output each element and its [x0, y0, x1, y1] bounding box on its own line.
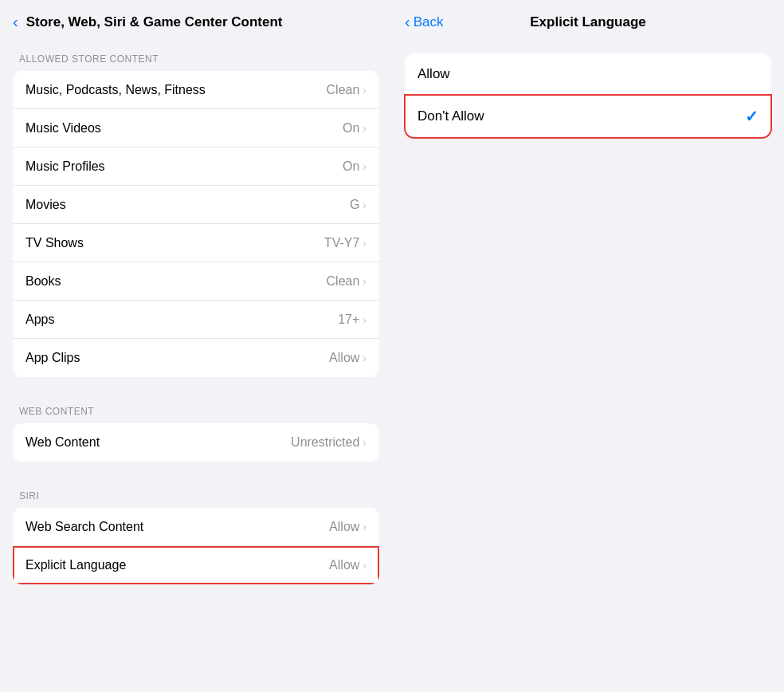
- right-back-label: Back: [414, 14, 444, 30]
- explicit-language-value: Allow ›: [329, 558, 367, 572]
- music-podcasts-chevron-icon: ›: [363, 84, 367, 96]
- music-videos-chevron-icon: ›: [363, 122, 367, 135]
- dont-allow-option-label: Don't Allow: [417, 108, 484, 124]
- left-panel: ‹ Store, Web, Siri & Game Center Content…: [0, 0, 392, 692]
- apps-label: Apps: [25, 313, 54, 327]
- explicit-language-row[interactable]: Explicit Language Allow ›: [13, 546, 379, 584]
- web-content-group: Web Content Unrestricted ›: [13, 423, 379, 462]
- app-clips-label: App Clips: [25, 351, 80, 365]
- web-content-value: Unrestricted ›: [291, 435, 367, 450]
- allowed-store-content-group: Music, Podcasts, News, Fitness Clean › M…: [13, 71, 379, 377]
- allowed-store-content-label: Allowed Store Content: [13, 41, 379, 71]
- music-podcasts-value: Clean ›: [327, 83, 367, 97]
- web-search-content-value-text: Allow: [329, 520, 359, 534]
- tv-shows-chevron-icon: ›: [363, 237, 367, 250]
- app-clips-row[interactable]: App Clips Allow ›: [13, 339, 379, 377]
- web-content-label: Web Content: [25, 435, 100, 450]
- left-panel-title: Store, Web, Siri & Game Center Content: [26, 14, 283, 30]
- web-content-section-label: Web Content: [13, 393, 379, 423]
- allow-option-label: Allow: [417, 66, 450, 82]
- explicit-language-label: Explicit Language: [25, 558, 126, 572]
- music-videos-row[interactable]: Music Videos On ›: [13, 109, 379, 147]
- music-videos-value-text: On: [343, 121, 359, 136]
- apps-value-text: 17+: [338, 313, 359, 327]
- music-videos-value: On ›: [343, 121, 367, 136]
- dont-allow-option-row[interactable]: Don't Allow ✓: [405, 95, 771, 138]
- books-value-text: Clean: [327, 274, 360, 289]
- music-videos-label: Music Videos: [25, 121, 101, 136]
- tv-shows-row[interactable]: TV Shows TV-Y7 ›: [13, 224, 379, 262]
- left-back-chevron-icon: ‹: [13, 13, 18, 31]
- web-content-chevron-icon: ›: [363, 436, 367, 449]
- web-content-row[interactable]: Web Content Unrestricted ›: [13, 423, 379, 462]
- movies-value: G ›: [350, 198, 367, 212]
- web-search-content-label: Web Search Content: [25, 520, 143, 534]
- web-search-chevron-icon: ›: [363, 521, 367, 533]
- right-back-chevron-icon: ‹: [405, 13, 410, 31]
- tv-shows-value: TV-Y7 ›: [324, 236, 367, 250]
- app-clips-value-text: Allow: [329, 351, 359, 365]
- allow-option-row[interactable]: Allow: [405, 53, 771, 95]
- explicit-language-value-text: Allow: [329, 558, 359, 572]
- right-panel-title: Explicit Language: [530, 14, 645, 30]
- music-profiles-row[interactable]: Music Profiles On ›: [13, 147, 379, 186]
- right-content: Allow Don't Allow ✓: [392, 41, 784, 692]
- siri-section-label: Siri: [13, 478, 379, 508]
- app-clips-chevron-icon: ›: [363, 352, 367, 364]
- movies-row[interactable]: Movies G ›: [13, 186, 379, 224]
- tv-shows-label: TV Shows: [25, 236, 84, 250]
- web-search-content-row[interactable]: Web Search Content Allow ›: [13, 508, 379, 546]
- explicit-language-options-group: Allow Don't Allow ✓: [405, 53, 771, 138]
- explicit-language-chevron-icon: ›: [363, 559, 367, 572]
- movies-label: Movies: [25, 198, 66, 212]
- books-row[interactable]: Books Clean ›: [13, 262, 379, 301]
- left-content: Allowed Store Content Music, Podcasts, N…: [0, 41, 392, 692]
- right-panel: ‹ Back Explicit Language Allow Don't All…: [392, 0, 784, 692]
- apps-value: 17+ ›: [338, 313, 367, 327]
- books-label: Books: [25, 274, 61, 289]
- music-profiles-value: On ›: [343, 159, 367, 174]
- apps-row[interactable]: Apps 17+ ›: [13, 301, 379, 339]
- web-search-content-value: Allow ›: [329, 520, 367, 534]
- dont-allow-checkmark-icon: ✓: [745, 107, 759, 126]
- movies-value-text: G: [350, 198, 359, 212]
- tv-shows-value-text: TV-Y7: [324, 236, 359, 250]
- app-clips-value: Allow ›: [329, 351, 367, 365]
- music-profiles-chevron-icon: ›: [363, 160, 367, 173]
- movies-chevron-icon: ›: [363, 199, 367, 211]
- right-back-button[interactable]: ‹ Back: [405, 13, 443, 31]
- books-value: Clean ›: [327, 274, 367, 289]
- music-profiles-label: Music Profiles: [25, 159, 105, 174]
- music-profiles-value-text: On: [343, 159, 359, 174]
- music-podcasts-value-text: Clean: [327, 83, 360, 97]
- apps-chevron-icon: ›: [363, 313, 367, 326]
- books-chevron-icon: ›: [363, 275, 367, 288]
- siri-group: Web Search Content Allow › Explicit Lang…: [13, 508, 379, 584]
- music-podcasts-row[interactable]: Music, Podcasts, News, Fitness Clean ›: [13, 71, 379, 109]
- right-header: ‹ Back Explicit Language: [392, 0, 784, 41]
- left-back-button[interactable]: ‹: [13, 13, 20, 31]
- music-podcasts-label: Music, Podcasts, News, Fitness: [25, 83, 206, 97]
- web-content-value-text: Unrestricted: [291, 435, 359, 450]
- left-header: ‹ Store, Web, Siri & Game Center Content: [0, 0, 392, 41]
